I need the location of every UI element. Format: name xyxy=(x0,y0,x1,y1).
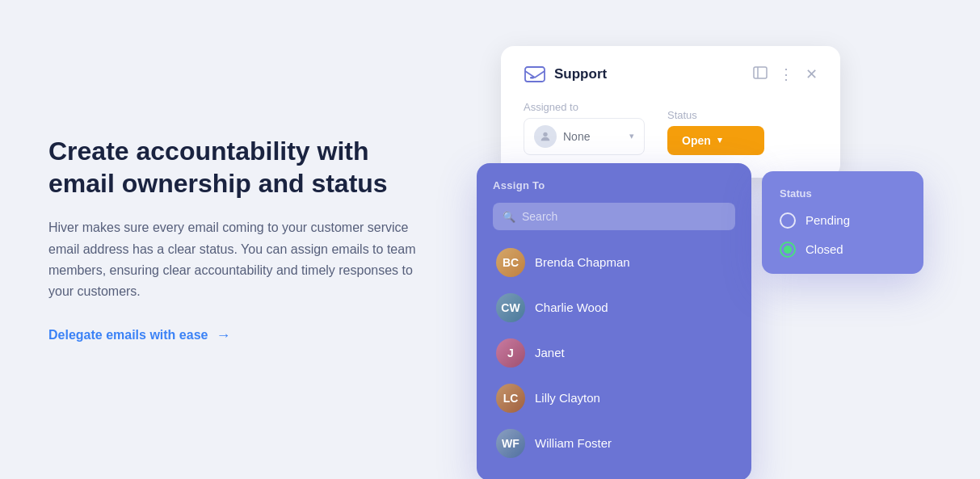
status-option[interactable]: Closed xyxy=(780,242,906,258)
inbox-icon xyxy=(524,65,546,83)
assign-value: None xyxy=(563,130,623,143)
status-button[interactable]: Open ▾ xyxy=(667,126,764,155)
status-chevron-icon: ▾ xyxy=(717,135,722,145)
user-name: William Foster xyxy=(535,436,612,450)
svg-point-4 xyxy=(543,132,547,136)
user-item[interactable]: LC Lilly Clayton xyxy=(493,377,735,419)
avatar-placeholder xyxy=(534,125,557,148)
user-name: Janet xyxy=(535,346,565,359)
assign-dropdown: Assign To 🔍 BC Brenda Chapman CW Charlie… xyxy=(477,163,751,480)
assign-dropdown-title: Assign To xyxy=(493,179,735,191)
user-name: Brenda Chapman xyxy=(535,255,630,269)
svg-rect-0 xyxy=(525,67,545,82)
user-list: BC Brenda Chapman CW Charlie Wood J Jane… xyxy=(493,242,735,464)
card-actions: ⋮ ✕ xyxy=(753,65,818,83)
status-dropdown: Status Pending Closed xyxy=(762,171,923,274)
search-wrapper: 🔍 xyxy=(493,203,735,230)
user-avatar: CW xyxy=(496,293,525,322)
chevron-down-icon: ▾ xyxy=(629,131,634,141)
cta-label: Delegate emails with ease xyxy=(48,328,208,342)
card-title: Support xyxy=(554,66,607,82)
status-options-list: Pending Closed xyxy=(780,212,906,258)
search-icon: 🔍 xyxy=(503,210,515,222)
page-container: Create accountability with email ownersh… xyxy=(0,0,980,479)
left-column: Create accountability with email ownersh… xyxy=(48,135,452,344)
arrow-icon: → xyxy=(216,327,230,344)
radio-icon xyxy=(780,212,796,229)
user-item[interactable]: CW Charlie Wood xyxy=(493,287,735,329)
fields-row: Assigned to None ▾ Status xyxy=(524,101,818,155)
svg-rect-1 xyxy=(530,77,534,79)
radio-icon xyxy=(780,242,796,258)
description-text: Hiver makes sure every email coming to y… xyxy=(48,217,420,303)
status-value: Open xyxy=(682,134,711,147)
user-item[interactable]: J Janet xyxy=(493,332,735,374)
card-title-group: Support xyxy=(524,65,607,83)
more-icon[interactable]: ⋮ xyxy=(779,65,794,83)
assigned-to-field: Assigned to None ▾ xyxy=(524,101,645,155)
panel-icon[interactable] xyxy=(753,66,768,82)
user-avatar: BC xyxy=(496,248,525,277)
status-option-label: Pending xyxy=(805,213,850,227)
status-option[interactable]: Pending xyxy=(780,212,906,229)
user-item[interactable]: BC Brenda Chapman xyxy=(493,242,735,284)
user-avatar: WF xyxy=(496,429,525,458)
support-card: Support ⋮ ✕ Assigned to xyxy=(501,46,840,178)
user-name: Lilly Clayton xyxy=(535,391,600,405)
user-item[interactable]: WF William Foster xyxy=(493,422,735,464)
close-icon[interactable]: ✕ xyxy=(805,65,818,83)
search-input[interactable] xyxy=(493,203,735,230)
status-label: Status xyxy=(667,109,764,121)
user-avatar: J xyxy=(496,338,525,368)
status-field: Status Open ▾ xyxy=(667,109,764,155)
svg-rect-2 xyxy=(754,67,767,78)
status-option-label: Closed xyxy=(805,242,843,256)
user-avatar: LC xyxy=(496,384,525,413)
main-heading: Create accountability with email ownersh… xyxy=(48,135,420,200)
card-header: Support ⋮ ✕ xyxy=(524,65,818,83)
right-column: Support ⋮ ✕ Assigned to xyxy=(452,30,932,450)
user-name: Charlie Wood xyxy=(535,300,608,314)
cta-link[interactable]: Delegate emails with ease → xyxy=(48,327,420,344)
assigned-to-label: Assigned to xyxy=(524,101,645,113)
assign-selector[interactable]: None ▾ xyxy=(524,118,645,155)
status-dropdown-title: Status xyxy=(780,187,906,200)
